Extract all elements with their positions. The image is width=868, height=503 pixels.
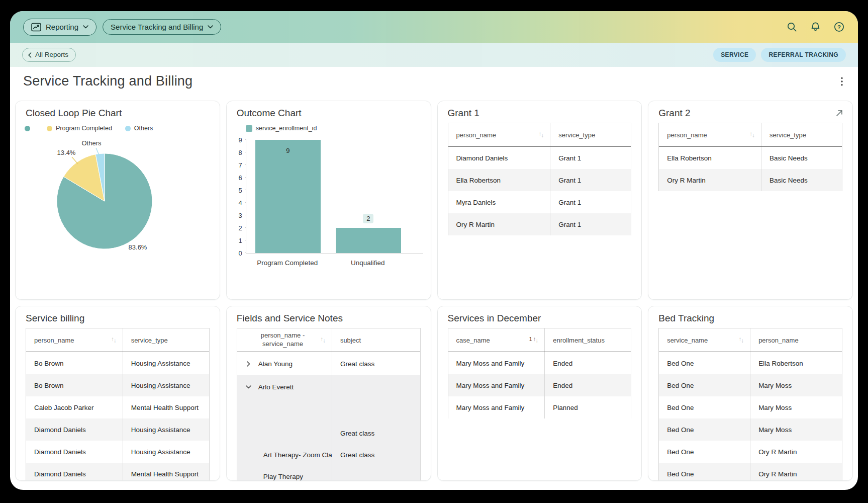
table-row: Mary Moss and FamilyEnded [448,352,631,374]
card-title: Grant 2 [658,108,842,119]
table-cell: Basic Needs [761,169,842,191]
legend-swatch [125,126,131,131]
help-icon: ? [833,21,845,33]
table-row: Art Therapy- Zoom ClassGreat class [237,444,420,466]
all-reports-back-button[interactable]: All Reports [22,48,76,62]
reporting-label: Reporting [46,23,78,31]
y-tick-label: 1 [239,237,242,244]
tag-referral-tracking[interactable]: REFERRAL TRACKING [761,48,846,62]
notifications-button[interactable] [810,21,821,33]
table-cell: Bed One [659,418,750,441]
table-cell: Ended [545,374,631,396]
bar-value-label: 9 [255,147,321,154]
table-cell: Mental Health Support [123,396,209,418]
y-tick-label: 5 [239,187,242,194]
table-cell: Ory R Martin [448,213,551,235]
table-row: Bed OneOry R Martin [659,463,842,481]
chevron-right-icon[interactable] [245,361,252,367]
card-services-in-december: Services in December case_name1↑↓enrollm… [437,306,642,481]
legend-item: Others [125,125,153,132]
card-closed-loop-pie-chart: Closed Loop Pie Chart Program CompletedO… [15,101,220,300]
table-cell: Housing Assistance [123,441,209,463]
column-header[interactable]: person_name - service_name↑↓ [237,328,332,352]
column-header[interactable]: person_name↑↓ [659,123,761,146]
table-cell: Great class [332,423,420,444]
y-tick-label: 6 [239,175,242,181]
card-title: Bed Tracking [658,313,842,324]
column-header[interactable]: person_name [750,328,842,352]
table-cell: Ory R Martin [750,463,842,481]
pie-label-others: Others [81,139,102,147]
report-subheader: All Reports SERVICE REFERRAL TRACKING [10,43,858,67]
table-cell: Ella Robertson [659,147,761,169]
help-button[interactable]: ? [833,21,845,33]
table-cell: Ended [545,352,631,374]
table-row [237,398,420,423]
top-navigation-bar: Reporting Service Tracking and Billing [10,11,858,43]
column-header[interactable]: service_type [761,123,842,146]
table-cell: Mary Moss [750,418,842,441]
table-cell: Mental Health Support [123,463,209,481]
y-tick-label: 3 [239,212,242,219]
table-cell: Mary Moss and Family [448,396,545,418]
column-header[interactable]: service_type [550,123,631,146]
table-row: Bed OneMary Moss [659,396,842,418]
card-bed-tracking: Bed Tracking service_name↑↓person_nameBe… [648,306,853,481]
table-cell [237,423,332,444]
table-header: person_name↑↓service_type [448,123,631,147]
overflow-menu-button[interactable] [839,75,845,88]
table-cell: Alan Young [237,352,332,375]
table-cell: Grant 1 [550,191,631,213]
table-row: Bed OneMary Moss [659,418,842,441]
pie-leader-line [72,157,78,164]
table-row: Diamond DanielsHousing Assistance [26,441,209,463]
column-header[interactable]: person_name↑↓ [26,328,123,352]
sort-icon: ↑↓ [749,131,755,139]
table-cell: Ella Robertson [448,169,551,191]
table-row: Ella RobertsonGrant 1 [448,169,631,191]
card-title: Outcome Chart [237,108,421,119]
service-notes-table: person_name - service_name↑↓subjectAlan … [237,328,421,481]
table-row: Ella RobertsonBasic Needs [659,147,842,169]
pie-chart: Others 13.4% 83.6% [16,132,220,283]
table-cell: Diamond Daniels [26,418,123,441]
card-fields-and-service-notes: Fields and Service Notes person_name - s… [226,306,431,481]
search-button[interactable] [786,21,798,33]
reporting-menu-button[interactable]: Reporting [23,19,97,36]
legend-item: service_enrollment_id [246,125,317,132]
table-row: Diamond DanielsHousing Assistance [26,418,209,441]
card-service-billing: Service billing person_name↑↓service_typ… [15,306,220,481]
grant-2-table: person_name↑↓service_typeElla RobertsonB… [658,123,842,191]
reporting-chart-icon [31,23,41,32]
service-billing-table: person_name↑↓service_typeBo BrownHousing… [26,328,210,481]
table-cell: Grant 1 [550,213,631,235]
table-row: Ory R MartinBasic Needs [659,169,842,191]
report-switcher-button[interactable]: Service Tracking and Billing [103,19,221,35]
bed-tracking-table: service_name↑↓person_nameBed OneElla Rob… [658,328,842,481]
table-cell [332,466,420,481]
chevron-down-icon[interactable] [245,384,252,390]
card-title: Grant 1 [448,108,632,119]
column-header[interactable]: person_name↑↓ [448,123,551,146]
table-cell: Arlo Everett [237,375,332,398]
expand-card-button[interactable] [834,108,844,118]
plot-area: 92 [246,140,423,254]
sort-icon: ↑↓ [739,337,744,344]
grant-1-table: person_name↑↓service_typeDiamond Daniels… [448,123,632,235]
column-header[interactable]: subject [332,328,420,352]
kebab-icon [841,77,843,86]
y-tick-label: 4 [239,200,242,206]
column-header[interactable]: enrollment_status [545,328,631,352]
column-header[interactable]: service_type [123,328,209,352]
y-tick-label: 9 [239,137,242,143]
table-cell: Art Therapy- Zoom Class [237,444,332,466]
table-cell: Housing Assistance [123,352,209,374]
table-cell: Bed One [659,463,750,481]
card-title: Services in December [448,313,632,324]
tag-service[interactable]: SERVICE [713,48,756,62]
table-cell: Grant 1 [550,169,631,191]
column-header[interactable]: case_name1↑↓ [448,328,545,352]
table-cell: Basic Needs [761,147,842,169]
table-cell: Bed One [659,374,750,396]
column-header[interactable]: service_name↑↓ [659,328,750,352]
